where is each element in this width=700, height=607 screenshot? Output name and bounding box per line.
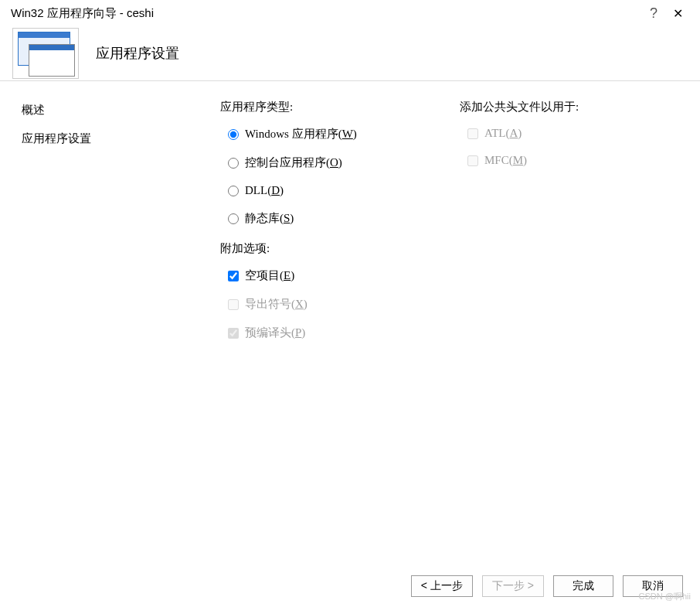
- next-button: 下一步 >: [482, 575, 544, 597]
- radio-console-app-input[interactable]: [228, 158, 239, 169]
- check-mfc: MFC(M): [467, 154, 677, 167]
- prev-button[interactable]: < 上一步: [411, 575, 473, 597]
- check-empty-project-input[interactable]: [228, 271, 239, 281]
- window-title: Win32 应用程序向导 - ceshi: [11, 6, 154, 21]
- radio-console-app[interactable]: 控制台应用程序(O): [228, 155, 460, 170]
- radio-static-lib[interactable]: 静态库(S): [228, 211, 460, 226]
- footer: < 上一步 下一步 > 完成 取消: [0, 565, 700, 607]
- close-button[interactable]: ✕: [667, 6, 689, 21]
- check-precompiled-header-input: [228, 328, 239, 339]
- check-export-symbols-input: [228, 299, 239, 310]
- check-atl: ATL(A): [467, 127, 677, 140]
- radio-static-lib-input[interactable]: [228, 213, 239, 224]
- extra-title: 附加选项:: [220, 241, 460, 256]
- watermark: CSDN @啊hii: [639, 591, 691, 602]
- sidebar: 概述 应用程序设置: [0, 81, 197, 565]
- finish-button[interactable]: 完成: [553, 575, 613, 597]
- radio-windows-app[interactable]: Windows 应用程序(W): [228, 127, 460, 142]
- check-empty-project[interactable]: 空项目(E): [228, 268, 460, 283]
- check-mfc-input: [467, 155, 478, 166]
- apptype-title: 应用程序类型:: [220, 100, 460, 114]
- wizard-window: Win32 应用程序向导 - ceshi ? ✕ 应用程序设置 概述 应用程序设…: [0, 0, 700, 607]
- banner: 应用程序设置: [0, 26, 700, 80]
- wizard-icon: [12, 28, 79, 79]
- radio-dll[interactable]: DLL(D): [228, 184, 460, 197]
- check-atl-input: [467, 128, 478, 139]
- main-panel: 应用程序类型: Windows 应用程序(W) 控制台应用程序(O) DLL(D…: [197, 81, 700, 565]
- banner-heading: 应用程序设置: [96, 44, 179, 63]
- check-export-symbols: 导出符号(X): [228, 297, 460, 312]
- help-button[interactable]: ?: [641, 5, 667, 22]
- check-precompiled-header: 预编译头(P): [228, 326, 460, 340]
- radio-dll-input[interactable]: [228, 186, 239, 196]
- radio-windows-app-input[interactable]: [228, 129, 239, 140]
- headers-title: 添加公共头文件以用于:: [460, 100, 677, 114]
- titlebar: Win32 应用程序向导 - ceshi ? ✕: [0, 0, 700, 26]
- sidebar-item-settings[interactable]: 应用程序设置: [22, 131, 197, 146]
- sidebar-item-overview[interactable]: 概述: [22, 103, 197, 118]
